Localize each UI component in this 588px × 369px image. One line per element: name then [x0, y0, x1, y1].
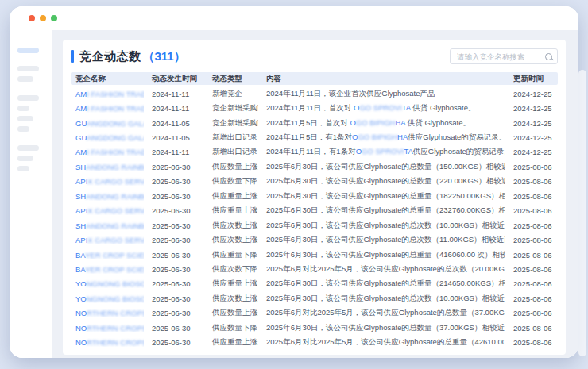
entity-link[interactable]: GO SPROVI — [362, 147, 404, 156]
company-name-cell: BAYER CROP SCIENCE LP — [71, 265, 144, 274]
table-row: YONGNONG BIOSCIEN ES...2025-06-30供应重量上涨2… — [71, 277, 558, 291]
entity-link[interactable]: O — [356, 147, 362, 156]
entity-link[interactable]: ANDONG RAINBOW — [86, 221, 144, 230]
content-cell: 2024年11月11日，该企业首次供应Glyphosate产品 — [261, 89, 505, 99]
minimize-window-icon[interactable] — [40, 15, 46, 21]
entity-link[interactable]: SH — [75, 221, 86, 230]
event-time-cell: 2024-11-11 — [147, 104, 204, 113]
entity-link[interactable]: HA — [395, 118, 405, 127]
entity-link[interactable]: AM — [75, 148, 87, 156]
event-type-cell: 供应数量上涨 — [207, 162, 258, 172]
content-cell: 2024年11月11日，首次对 OGO SPROVITA 供货 Glyphosa… — [261, 103, 505, 113]
text-segment: 供应Glyphosate的贸易记录。 — [408, 133, 505, 141]
event-time-cell: 2025-06-30 — [147, 221, 204, 230]
updated-time-cell: 2025-08-06 — [509, 309, 558, 317]
sidebar-item[interactable] — [17, 145, 39, 151]
entity-link[interactable]: YO — [75, 279, 87, 288]
entity-link[interactable]: GU — [75, 119, 87, 128]
text-segment: 2024年11月11日，有1条对 — [266, 147, 356, 156]
entity-link[interactable]: I FASHION TRADING — [87, 90, 144, 98]
content-cell: 2025年6月30日，该公司供应Glyphosate的总重量（232760.00… — [261, 206, 505, 216]
sidebar — [10, 30, 52, 358]
entity-link[interactable]: BA — [75, 251, 85, 259]
entity-link[interactable]: AM — [75, 90, 87, 98]
entity-link[interactable]: GO SPROVI — [359, 103, 401, 112]
entity-link[interactable]: YO — [75, 294, 87, 303]
entity-link[interactable]: GU — [75, 133, 87, 142]
entity-link[interactable]: GO BIPIGH — [356, 118, 396, 127]
company-name-cell: AMI FASHION TRADING G... — [71, 148, 144, 156]
record-count: （311） — [143, 49, 186, 64]
table-row: SHANDONG RAINBOW AGR...2025-06-30供应重量上涨2… — [71, 189, 558, 203]
entity-link[interactable]: TA — [402, 103, 411, 112]
entity-link[interactable]: API — [75, 236, 87, 244]
company-name-cell: GUANGDONG GALANZ AC... — [71, 133, 144, 142]
entity-link[interactable]: TA — [404, 147, 412, 156]
sidebar-item[interactable] — [17, 156, 33, 161]
sidebar-item[interactable] — [17, 106, 29, 111]
search-icon[interactable] — [545, 53, 552, 60]
entity-link[interactable]: ANDONG RAINBOW — [86, 192, 144, 201]
table-row: GUANGDONG GALANZ AC...2024-11-05竞企新增采购商2… — [71, 116, 558, 130]
entity-link[interactable]: NO — [75, 324, 87, 332]
sidebar-item[interactable] — [17, 76, 33, 82]
close-window-icon[interactable] — [29, 15, 35, 21]
entity-link[interactable]: YER CROP SCIENCE — [85, 251, 144, 259]
sidebar-item[interactable] — [17, 126, 29, 132]
entity-link[interactable]: ANGDONG GALANZ — [87, 119, 144, 128]
zoom-window-icon[interactable] — [51, 15, 57, 21]
entity-link[interactable]: RTHERN CROPSCIEN — [87, 324, 144, 332]
event-time-cell: 2025-06-30 — [147, 309, 204, 317]
sidebar-item[interactable] — [17, 166, 29, 171]
entity-link[interactable]: BA — [75, 265, 85, 274]
entity-link[interactable]: SH — [75, 192, 86, 201]
sidebar-item[interactable] — [17, 95, 39, 101]
entity-link[interactable]: YER CROP SCIENCE — [85, 265, 144, 274]
sidebar-spacer — [17, 86, 52, 90]
event-type-cell: 供应数量上涨 — [207, 308, 258, 318]
entity-link[interactable]: X CARGO SERVICE — [87, 206, 144, 215]
event-type-cell: 供应次数上涨 — [207, 221, 258, 231]
content-cell: 2024年11月5日，首次对 OGO BIPIGHHA 供货 Glyphosat… — [261, 118, 505, 129]
entity-link[interactable]: X CARGO SERVICE — [87, 177, 144, 186]
text-segment: 2024年11月11日，该企业首次供应Glyphosate产品 — [266, 89, 435, 98]
event-type-cell: 供应重量上涨 — [207, 279, 258, 289]
table-row: NORTHERN CROPSCIENCE...2025-06-30供应数量上涨2… — [71, 306, 558, 321]
event-time-cell: 2025-06-30 — [147, 206, 204, 215]
entity-link[interactable]: O — [350, 118, 355, 127]
text-segment: 2024年11月5日，有1条对 — [266, 133, 352, 141]
entity-link[interactable]: I FASHION TRADING — [87, 104, 144, 113]
scrollbar-track[interactable] — [578, 70, 586, 356]
column-header: 动态发生时间 — [147, 74, 204, 84]
company-name-cell: APIX CARGO SERVICE CO... — [71, 236, 144, 244]
search-input[interactable] — [455, 52, 545, 62]
entity-link[interactable]: NGNONG BIOSCIEN — [87, 279, 144, 288]
entity-link[interactable]: RTHERN CROPSCIEN — [87, 309, 144, 317]
entity-link[interactable]: ANGDONG GALANZ — [87, 133, 144, 142]
entity-link[interactable]: ANDONG RAINBOW — [86, 163, 144, 171]
competitor-dynamics-card: 竞企动态数 （311） 竞企名称动态发生时间动态类型内容更新时间 AMI FAS… — [63, 40, 566, 355]
entity-link[interactable]: SH — [75, 163, 86, 171]
table-row: AMI FASHION TRADING G...2024-11-11新增出口记录… — [71, 145, 558, 160]
sidebar-item[interactable] — [17, 66, 39, 71]
entity-link[interactable]: GO BIPIGH — [358, 133, 397, 141]
content-cell: 2025年6月30日，该公司供应Glyphosate的总次数（10.00KGS）… — [261, 221, 505, 231]
company-name-cell: AMI FASHION TRADING G... — [71, 104, 144, 113]
event-time-cell: 2025-06-30 — [147, 236, 204, 244]
event-type-cell: 新增出口记录 — [207, 133, 258, 143]
entity-link[interactable]: I FASHION TRADING — [87, 148, 144, 156]
entity-link[interactable]: AM — [75, 104, 87, 113]
sidebar-item[interactable] — [17, 116, 33, 121]
entity-link[interactable]: NO — [75, 309, 87, 317]
entity-link[interactable]: API — [75, 177, 87, 186]
entity-link[interactable]: NO — [75, 338, 87, 347]
entity-link[interactable]: API — [75, 206, 87, 215]
entity-link[interactable]: X CARGO SERVICE — [87, 236, 144, 244]
entity-link[interactable]: HA — [397, 133, 408, 141]
event-type-cell: 供应次数下降 — [207, 264, 258, 275]
entity-link[interactable]: RTHERN CROPSCIEN — [87, 338, 144, 347]
sidebar-item-active[interactable] — [17, 48, 39, 53]
event-time-cell: 2024-11-05 — [147, 133, 204, 142]
entity-link[interactable]: NGNONG BIOSCIEN — [87, 294, 144, 303]
updated-time-cell: 2025-08-06 — [509, 294, 558, 303]
